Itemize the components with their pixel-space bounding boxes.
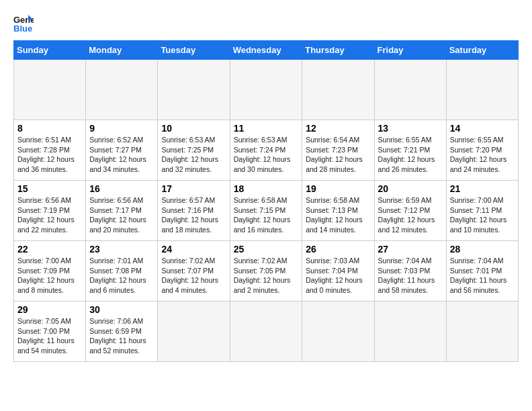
day-cell xyxy=(374,302,446,362)
column-header-sunday: Sunday xyxy=(14,41,86,60)
day-cell: 23Sunrise: 7:01 AMSunset: 7:08 PMDayligh… xyxy=(86,241,158,302)
day-number: 26 xyxy=(306,244,370,255)
day-number: 9 xyxy=(89,123,154,134)
day-info: Sunrise: 7:02 AMSunset: 7:07 PMDaylight:… xyxy=(161,256,226,295)
day-info: Sunrise: 6:51 AMSunset: 7:28 PMDaylight:… xyxy=(17,135,82,175)
day-cell: 30Sunrise: 7:06 AMSunset: 6:59 PMDayligh… xyxy=(86,302,158,362)
logo-icon: General Blue xyxy=(13,13,34,34)
day-info: Sunrise: 6:55 AMSunset: 7:21 PMDaylight:… xyxy=(378,135,443,175)
day-cell: 13Sunrise: 6:55 AMSunset: 7:21 PMDayligh… xyxy=(374,120,446,181)
day-cell xyxy=(302,302,374,362)
day-cell xyxy=(230,302,302,362)
day-cell: 27Sunrise: 7:04 AMSunset: 7:03 PMDayligh… xyxy=(374,241,446,302)
day-number: 28 xyxy=(450,244,515,255)
day-number: 10 xyxy=(161,123,226,134)
day-cell: 26Sunrise: 7:03 AMSunset: 7:04 PMDayligh… xyxy=(302,241,374,302)
day-number: 22 xyxy=(17,244,82,255)
day-cell xyxy=(14,60,86,120)
day-cell: 14Sunrise: 6:55 AMSunset: 7:20 PMDayligh… xyxy=(446,120,518,181)
day-info: Sunrise: 7:05 AMSunset: 7:00 PMDaylight:… xyxy=(17,316,82,356)
day-cell: 22Sunrise: 7:00 AMSunset: 7:09 PMDayligh… xyxy=(14,241,86,302)
day-cell: 20Sunrise: 6:59 AMSunset: 7:12 PMDayligh… xyxy=(374,181,446,241)
day-info: Sunrise: 6:58 AMSunset: 7:13 PMDaylight:… xyxy=(306,195,370,235)
day-number: 30 xyxy=(89,304,154,315)
day-cell xyxy=(230,60,302,120)
column-header-thursday: Thursday xyxy=(302,41,374,60)
day-cell: 21Sunrise: 7:00 AMSunset: 7:11 PMDayligh… xyxy=(446,181,518,241)
column-header-saturday: Saturday xyxy=(446,41,518,60)
day-cell: 18Sunrise: 6:58 AMSunset: 7:15 PMDayligh… xyxy=(230,181,302,241)
day-cell: 17Sunrise: 6:57 AMSunset: 7:16 PMDayligh… xyxy=(158,181,230,241)
day-number: 18 xyxy=(234,183,299,194)
day-info: Sunrise: 7:03 AMSunset: 7:04 PMDaylight:… xyxy=(306,256,370,295)
day-number: 14 xyxy=(450,123,515,134)
day-number: 19 xyxy=(306,183,370,194)
day-number: 17 xyxy=(161,183,226,194)
day-info: Sunrise: 6:55 AMSunset: 7:20 PMDaylight:… xyxy=(450,135,515,175)
day-info: Sunrise: 7:02 AMSunset: 7:05 PMDaylight:… xyxy=(234,256,299,295)
day-info: Sunrise: 7:00 AMSunset: 7:11 PMDaylight:… xyxy=(450,195,515,235)
day-info: Sunrise: 6:53 AMSunset: 7:25 PMDaylight:… xyxy=(161,135,226,175)
day-info: Sunrise: 6:56 AMSunset: 7:17 PMDaylight:… xyxy=(89,195,154,235)
day-info: Sunrise: 6:59 AMSunset: 7:12 PMDaylight:… xyxy=(378,195,443,235)
day-number: 16 xyxy=(89,183,154,194)
week-row-2: 8Sunrise: 6:51 AMSunset: 7:28 PMDaylight… xyxy=(14,120,519,181)
day-cell: 29Sunrise: 7:05 AMSunset: 7:00 PMDayligh… xyxy=(14,302,86,362)
day-number: 23 xyxy=(89,244,154,255)
column-header-friday: Friday xyxy=(374,41,446,60)
day-number: 20 xyxy=(378,183,443,194)
day-cell: 15Sunrise: 6:56 AMSunset: 7:19 PMDayligh… xyxy=(14,181,86,241)
day-number: 11 xyxy=(234,123,299,134)
page-header: General Blue xyxy=(13,13,519,34)
day-info: Sunrise: 7:04 AMSunset: 7:03 PMDaylight:… xyxy=(378,256,443,295)
day-info: Sunrise: 6:57 AMSunset: 7:16 PMDaylight:… xyxy=(161,195,226,235)
day-cell xyxy=(158,302,230,362)
day-info: Sunrise: 7:04 AMSunset: 7:01 PMDaylight:… xyxy=(450,256,515,295)
column-header-wednesday: Wednesday xyxy=(230,41,302,60)
day-info: Sunrise: 6:52 AMSunset: 7:27 PMDaylight:… xyxy=(89,135,154,175)
day-cell: 16Sunrise: 6:56 AMSunset: 7:17 PMDayligh… xyxy=(86,181,158,241)
day-cell xyxy=(446,302,518,362)
day-number: 15 xyxy=(17,183,82,194)
column-header-tuesday: Tuesday xyxy=(158,41,230,60)
day-cell: 9Sunrise: 6:52 AMSunset: 7:27 PMDaylight… xyxy=(86,120,158,181)
day-info: Sunrise: 6:56 AMSunset: 7:19 PMDaylight:… xyxy=(17,195,82,235)
day-number: 27 xyxy=(378,244,443,255)
week-row-3: 15Sunrise: 6:56 AMSunset: 7:19 PMDayligh… xyxy=(14,181,519,241)
header-row: SundayMondayTuesdayWednesdayThursdayFrid… xyxy=(14,41,519,60)
day-number: 24 xyxy=(161,244,226,255)
day-cell: 8Sunrise: 6:51 AMSunset: 7:28 PMDaylight… xyxy=(14,120,86,181)
day-cell: 10Sunrise: 6:53 AMSunset: 7:25 PMDayligh… xyxy=(158,120,230,181)
day-cell: 11Sunrise: 6:53 AMSunset: 7:24 PMDayligh… xyxy=(230,120,302,181)
week-row-1 xyxy=(14,60,519,120)
day-cell xyxy=(446,60,518,120)
day-cell: 12Sunrise: 6:54 AMSunset: 7:23 PMDayligh… xyxy=(302,120,374,181)
week-row-5: 29Sunrise: 7:05 AMSunset: 7:00 PMDayligh… xyxy=(14,302,519,362)
day-cell: 24Sunrise: 7:02 AMSunset: 7:07 PMDayligh… xyxy=(158,241,230,302)
day-info: Sunrise: 7:01 AMSunset: 7:08 PMDaylight:… xyxy=(89,256,154,295)
day-cell xyxy=(302,60,374,120)
day-cell: 19Sunrise: 6:58 AMSunset: 7:13 PMDayligh… xyxy=(302,181,374,241)
day-cell: 25Sunrise: 7:02 AMSunset: 7:05 PMDayligh… xyxy=(230,241,302,302)
svg-text:Blue: Blue xyxy=(13,24,32,34)
day-number: 8 xyxy=(17,123,82,134)
day-info: Sunrise: 7:00 AMSunset: 7:09 PMDaylight:… xyxy=(17,256,82,295)
day-cell: 28Sunrise: 7:04 AMSunset: 7:01 PMDayligh… xyxy=(446,241,518,302)
day-number: 21 xyxy=(450,183,515,194)
column-header-monday: Monday xyxy=(86,41,158,60)
day-number: 29 xyxy=(17,304,82,315)
day-cell xyxy=(86,60,158,120)
day-cell xyxy=(374,60,446,120)
day-info: Sunrise: 7:06 AMSunset: 6:59 PMDaylight:… xyxy=(89,316,154,356)
day-number: 12 xyxy=(306,123,370,134)
calendar-table: SundayMondayTuesdayWednesdayThursdayFrid… xyxy=(13,40,519,362)
day-info: Sunrise: 6:53 AMSunset: 7:24 PMDaylight:… xyxy=(234,135,299,175)
day-number: 25 xyxy=(234,244,299,255)
day-cell xyxy=(158,60,230,120)
day-info: Sunrise: 6:54 AMSunset: 7:23 PMDaylight:… xyxy=(306,135,370,175)
day-number: 13 xyxy=(378,123,443,134)
week-row-4: 22Sunrise: 7:00 AMSunset: 7:09 PMDayligh… xyxy=(14,241,519,302)
logo: General Blue xyxy=(13,13,34,34)
day-info: Sunrise: 6:58 AMSunset: 7:15 PMDaylight:… xyxy=(234,195,299,235)
